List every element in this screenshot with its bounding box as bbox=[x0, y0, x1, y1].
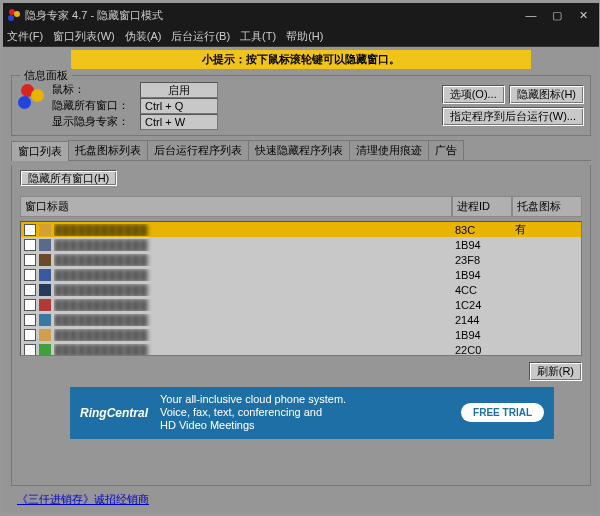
table-row[interactable]: ████████████2144 bbox=[21, 312, 581, 327]
minimize-button[interactable]: — bbox=[519, 6, 543, 24]
show-app-label: 显示隐身专家： bbox=[52, 114, 134, 129]
row-app-icon bbox=[39, 224, 51, 236]
menu-window-list[interactable]: 窗口列表(W) bbox=[53, 29, 115, 44]
list-header: 窗口标题 进程ID 托盘图标 bbox=[20, 196, 582, 217]
row-title: ████████████ bbox=[54, 284, 451, 296]
tabs: 窗口列表 托盘图标列表 后台运行程序列表 快速隐藏程序列表 清理使用痕迹 广告 bbox=[11, 140, 591, 161]
col-title[interactable]: 窗口标题 bbox=[20, 196, 452, 217]
menu-file[interactable]: 文件(F) bbox=[7, 29, 43, 44]
tab-ads[interactable]: 广告 bbox=[428, 140, 464, 160]
table-row[interactable]: ████████████1B94 bbox=[21, 237, 581, 252]
row-checkbox[interactable] bbox=[24, 314, 36, 326]
table-row[interactable]: ████████████1B94 bbox=[21, 267, 581, 282]
tab-cleanup[interactable]: 清理使用痕迹 bbox=[349, 140, 429, 160]
hide-all-windows-button[interactable]: 隐藏所有窗口(H) bbox=[20, 170, 117, 186]
table-row[interactable]: ████████████23F8 bbox=[21, 252, 581, 267]
row-tray: 有 bbox=[511, 222, 581, 237]
row-title: ████████████ bbox=[54, 344, 451, 356]
col-tray[interactable]: 托盘图标 bbox=[512, 196, 582, 217]
footer: 《三仟进销存》诚招经销商 bbox=[11, 490, 591, 509]
mouse-label: 鼠标： bbox=[52, 82, 134, 97]
svg-point-1 bbox=[14, 11, 20, 17]
tab-body: 隐藏所有窗口(H) 窗口标题 进程ID 托盘图标 ████████████83C… bbox=[11, 165, 591, 486]
info-panel-legend: 信息面板 bbox=[20, 68, 72, 83]
mouse-value: 启用 bbox=[140, 82, 218, 98]
menu-background[interactable]: 后台运行(B) bbox=[171, 29, 230, 44]
menu-help[interactable]: 帮助(H) bbox=[286, 29, 323, 44]
row-app-icon bbox=[39, 344, 51, 356]
row-pid: 2144 bbox=[451, 314, 511, 326]
row-pid: 1B94 bbox=[451, 239, 511, 251]
row-pid: 22C0 bbox=[451, 344, 511, 356]
hide-all-hotkey: Ctrl + Q bbox=[140, 98, 218, 114]
table-row[interactable]: ████████████1C24 bbox=[21, 297, 581, 312]
svg-point-2 bbox=[8, 15, 14, 21]
row-title: ████████████ bbox=[54, 269, 451, 281]
row-pid: 1B94 bbox=[451, 269, 511, 281]
close-button[interactable]: ✕ bbox=[571, 6, 595, 24]
row-title: ████████████ bbox=[54, 299, 451, 311]
color-balls-icon bbox=[18, 84, 46, 128]
row-checkbox[interactable] bbox=[24, 269, 36, 281]
maximize-button[interactable]: ▢ bbox=[545, 6, 569, 24]
footer-link[interactable]: 《三仟进销存》诚招经销商 bbox=[17, 493, 149, 505]
table-row[interactable]: ████████████1B94 bbox=[21, 327, 581, 342]
titlebar: 隐身专家 4.7 - 隐藏窗口模式 — ▢ ✕ bbox=[3, 3, 599, 27]
table-row[interactable]: ████████████22C0 bbox=[21, 342, 581, 356]
menu-disguise[interactable]: 伪装(A) bbox=[125, 29, 162, 44]
app-icon bbox=[7, 8, 21, 22]
row-app-icon bbox=[39, 329, 51, 341]
row-pid: 23F8 bbox=[451, 254, 511, 266]
row-title: ████████████ bbox=[54, 254, 451, 266]
refresh-button[interactable]: 刷新(R) bbox=[529, 362, 582, 381]
ad-cta-button[interactable]: FREE TRIAL bbox=[461, 403, 544, 422]
row-title: ████████████ bbox=[54, 239, 451, 251]
tab-tray-list[interactable]: 托盘图标列表 bbox=[68, 140, 148, 160]
hide-all-label: 隐藏所有窗口： bbox=[52, 98, 134, 113]
row-app-icon bbox=[39, 284, 51, 296]
tab-background-list[interactable]: 后台运行程序列表 bbox=[147, 140, 249, 160]
row-pid: 4CC bbox=[451, 284, 511, 296]
info-panel: 信息面板 鼠标： 启用 隐藏所有窗口： Ctrl + Q 显示隐身专家： bbox=[11, 75, 591, 136]
row-app-icon bbox=[39, 269, 51, 281]
col-pid[interactable]: 进程ID bbox=[452, 196, 512, 217]
ad-brand: RingCentral bbox=[80, 406, 148, 420]
row-app-icon bbox=[39, 314, 51, 326]
row-pid: 1B94 bbox=[451, 329, 511, 341]
tab-quick-hide-list[interactable]: 快速隐藏程序列表 bbox=[248, 140, 350, 160]
row-title: ████████████ bbox=[54, 314, 451, 326]
row-checkbox[interactable] bbox=[24, 329, 36, 341]
menubar: 文件(F) 窗口列表(W) 伪装(A) 后台运行(B) 工具(T) 帮助(H) bbox=[3, 27, 599, 47]
row-app-icon bbox=[39, 299, 51, 311]
window-list[interactable]: ████████████83C有████████████1B94████████… bbox=[20, 221, 582, 356]
row-app-icon bbox=[39, 239, 51, 251]
row-checkbox[interactable] bbox=[24, 299, 36, 311]
tip-banner: 小提示：按下鼠标滚轮键可以隐藏窗口。 bbox=[71, 50, 531, 69]
specify-background-button[interactable]: 指定程序到后台运行(W)... bbox=[442, 107, 584, 126]
ad-text: Your all-inclusive cloud phone system. V… bbox=[160, 393, 449, 433]
row-checkbox[interactable] bbox=[24, 254, 36, 266]
row-pid: 83C bbox=[451, 224, 511, 236]
row-checkbox[interactable] bbox=[24, 239, 36, 251]
table-row[interactable]: ████████████83C有 bbox=[21, 222, 581, 237]
options-button[interactable]: 选项(O)... bbox=[442, 85, 505, 104]
menu-tools[interactable]: 工具(T) bbox=[240, 29, 276, 44]
row-pid: 1C24 bbox=[451, 299, 511, 311]
row-title: ████████████ bbox=[54, 224, 451, 236]
window-title: 隐身专家 4.7 - 隐藏窗口模式 bbox=[25, 8, 517, 23]
tab-window-list[interactable]: 窗口列表 bbox=[11, 141, 69, 161]
ad-banner[interactable]: RingCentral Your all-inclusive cloud pho… bbox=[70, 387, 554, 439]
table-row[interactable]: ████████████4CC bbox=[21, 282, 581, 297]
hide-icon-button[interactable]: 隐藏图标(H) bbox=[509, 85, 584, 104]
row-app-icon bbox=[39, 254, 51, 266]
row-title: ████████████ bbox=[54, 329, 451, 341]
row-checkbox[interactable] bbox=[24, 284, 36, 296]
show-app-hotkey: Ctrl + W bbox=[140, 114, 218, 130]
row-checkbox[interactable] bbox=[24, 344, 36, 356]
row-checkbox[interactable] bbox=[24, 224, 36, 236]
